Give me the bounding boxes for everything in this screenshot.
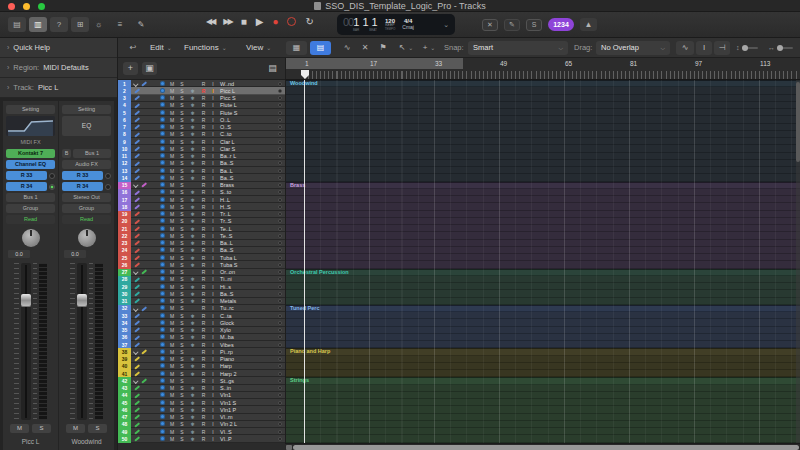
automation-mode-slot[interactable]: Read: [6, 215, 55, 224]
track-row[interactable]: 29MS❄RIHi..s: [118, 283, 285, 290]
cycle-button[interactable]: ↻: [305, 16, 313, 27]
track-icon[interactable]: [131, 350, 157, 354]
eq-slot[interactable]: EQ: [62, 116, 111, 136]
track-name[interactable]: M..ba: [217, 334, 278, 340]
track-on-button[interactable]: [157, 139, 167, 145]
chevron-down-icon[interactable]: ⌄: [443, 21, 449, 29]
arrange-track-lane[interactable]: Tuned Perc: [286, 305, 800, 312]
solo-button[interactable]: S: [177, 211, 187, 217]
record-indicator[interactable]: [278, 357, 282, 361]
record-enable-button[interactable]: R: [198, 356, 209, 362]
mute-button[interactable]: M: [167, 371, 177, 377]
track-row[interactable]: 30MS❄RIBa..S: [118, 290, 285, 297]
track-row[interactable]: 42MSRISt..gs: [118, 377, 285, 384]
solo-button[interactable]: S: [177, 160, 187, 166]
vertical-auto-zoom-icon[interactable]: I: [696, 41, 712, 55]
arrange-track-lane[interactable]: [286, 247, 800, 254]
freeze-button[interactable]: ❄: [187, 197, 198, 203]
record-enable-button[interactable]: R: [198, 175, 209, 181]
freeze-button[interactable]: ❄: [187, 189, 198, 195]
solo-button[interactable]: S: [177, 110, 187, 116]
input-monitor-button[interactable]: I: [209, 407, 217, 413]
track-row[interactable]: 46MS❄RIVln1 P: [118, 406, 285, 413]
track-name[interactable]: Ba..S: [217, 175, 278, 181]
record-enable-button[interactable]: R: [198, 81, 209, 87]
track-name[interactable]: W..nd: [217, 81, 278, 87]
mute-button[interactable]: M: [167, 298, 177, 304]
input-monitor-button[interactable]: I: [209, 255, 217, 261]
track-row[interactable]: 34MS❄RIGlock: [118, 319, 285, 326]
record-indicator[interactable]: [278, 89, 282, 93]
send-level-knob[interactable]: [105, 184, 111, 190]
record-indicator[interactable]: [278, 328, 282, 332]
input-monitor-button[interactable]: I: [209, 298, 217, 304]
record-enable-button[interactable]: R: [198, 342, 209, 348]
track-on-button[interactable]: [157, 168, 167, 174]
record-indicator[interactable]: [278, 321, 282, 325]
mute-button[interactable]: M: [167, 160, 177, 166]
track-name[interactable]: Picc S: [217, 95, 278, 101]
arrange-track-lane[interactable]: [286, 211, 800, 218]
mute-button[interactable]: M: [167, 88, 177, 94]
disclosure-chevron-icon[interactable]: [133, 306, 138, 311]
track-row[interactable]: 10MS❄RIClar S: [118, 145, 285, 152]
freeze-button[interactable]: ❄: [187, 392, 198, 398]
grid-view-icon[interactable]: ▦: [286, 41, 307, 55]
vertical-zoom-slider[interactable]: ↕: [736, 44, 758, 51]
track-row[interactable]: 2MS❄RIPicc L: [118, 87, 285, 94]
freeze-button[interactable]: ❄: [187, 327, 198, 333]
record-indicator[interactable]: [278, 96, 282, 100]
track-row[interactable]: 26MS❄RITuba S: [118, 261, 285, 268]
record-enable-button[interactable]: R: [198, 262, 209, 268]
bar-ruler[interactable]: 1173349658197113: [285, 58, 800, 80]
arrange-track-lane[interactable]: [286, 189, 800, 196]
track-name[interactable]: Vln 2 L: [217, 421, 278, 427]
solo-button[interactable]: S: [177, 95, 187, 101]
solo-button[interactable]: S: [177, 429, 187, 435]
track-name[interactable]: Ti..ni: [217, 276, 278, 282]
instrument-slot[interactable]: Kontakt 7: [6, 149, 55, 158]
freeze-button[interactable]: ❄: [187, 153, 198, 159]
freeze-button[interactable]: ❄: [187, 436, 198, 442]
input-monitor-button[interactable]: I: [209, 385, 217, 391]
record-enable-button[interactable]: R: [198, 349, 209, 355]
mute-button[interactable]: M: [167, 226, 177, 232]
track-on-button[interactable]: [157, 240, 167, 246]
freeze-button[interactable]: ❄: [187, 102, 198, 108]
horizontal-scrollbar-thumb[interactable]: [293, 445, 799, 450]
record-indicator[interactable]: [278, 401, 282, 405]
track-on-button[interactable]: [157, 131, 167, 137]
solo-button[interactable]: S: [177, 349, 187, 355]
arrange-track-lane[interactable]: [286, 392, 800, 399]
freeze-button[interactable]: ❄: [187, 291, 198, 297]
record-enable-button[interactable]: R: [198, 182, 209, 188]
arrange-track-lane[interactable]: [286, 160, 800, 167]
record-indicator[interactable]: [278, 183, 282, 187]
track-name[interactable]: Ba..S: [217, 160, 278, 166]
input-monitor-button[interactable]: I: [209, 313, 217, 319]
mute-button[interactable]: M: [167, 327, 177, 333]
track-on-button[interactable]: [157, 226, 167, 232]
track-name[interactable]: Brass: [217, 182, 278, 188]
record-enable-button[interactable]: R: [198, 160, 209, 166]
record-enable-button[interactable]: R: [198, 95, 209, 101]
record-enable-button[interactable]: R: [198, 204, 209, 210]
track-name[interactable]: C..to: [217, 131, 278, 137]
track-name[interactable]: Vln1: [217, 392, 278, 398]
track-on-button[interactable]: [157, 392, 167, 398]
mute-button[interactable]: M: [167, 247, 177, 253]
freeze-button[interactable]: ❄: [187, 131, 198, 137]
freeze-button[interactable]: ❄: [187, 371, 198, 377]
freeze-button[interactable]: ❄: [187, 421, 198, 427]
solo-button[interactable]: S: [177, 197, 187, 203]
send-level-knob[interactable]: [105, 173, 111, 179]
mute-button[interactable]: M: [167, 436, 177, 442]
record-indicator[interactable]: [278, 132, 282, 136]
midi-fx-slot[interactable]: MIDI FX: [6, 138, 55, 147]
track-name[interactable]: Tuba L: [217, 255, 278, 261]
track-name[interactable]: C..ta: [217, 313, 278, 319]
track-on-button[interactable]: [157, 385, 167, 391]
input-monitor-button[interactable]: I: [209, 95, 217, 101]
mute-button[interactable]: M: [10, 424, 29, 433]
mute-button[interactable]: M: [167, 356, 177, 362]
